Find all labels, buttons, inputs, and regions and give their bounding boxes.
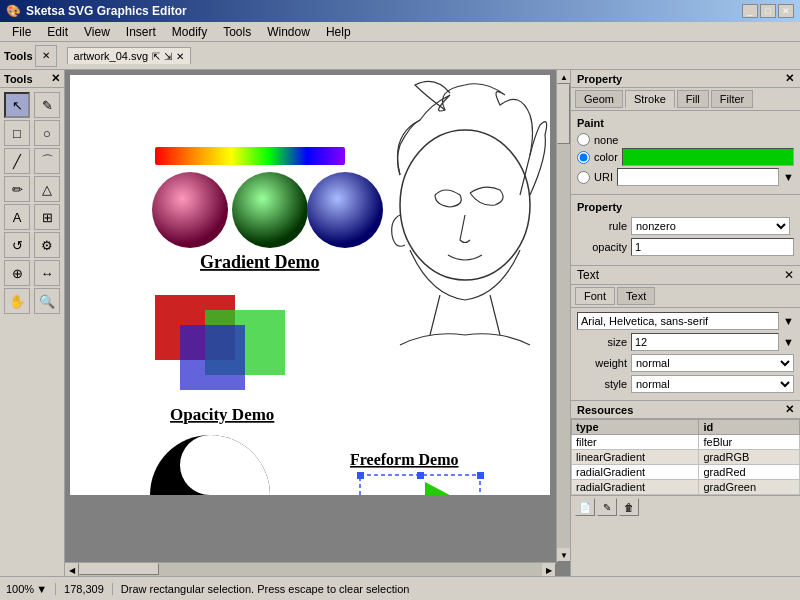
canvas-tab[interactable]: artwork_04.svg ⇱ ⇲ ✕: [67, 47, 192, 64]
scroll-thumb-h[interactable]: [79, 563, 159, 575]
tool-bezier[interactable]: ⌒: [34, 148, 60, 174]
tool-select[interactable]: ↖: [4, 92, 30, 118]
scroll-track-h[interactable]: [79, 563, 542, 576]
property-panel-header: Property ✕: [571, 70, 800, 88]
tool-line[interactable]: ╱: [4, 148, 30, 174]
canvas-tab-label: artwork_04.svg: [74, 50, 149, 62]
tool-hand[interactable]: ✋: [4, 288, 30, 314]
res-id-0: feBlur: [699, 435, 800, 450]
res-id-3: gradGreen: [699, 480, 800, 495]
toolbar-close[interactable]: ✕: [35, 45, 57, 67]
font-family-row: ▼: [577, 312, 794, 330]
paint-none-row: none: [577, 133, 794, 146]
svg-rect-15: [417, 472, 424, 479]
svg-rect-7: [180, 325, 245, 390]
text-panel-close[interactable]: ✕: [784, 268, 794, 282]
tab-stroke[interactable]: Stroke: [625, 90, 675, 108]
scroll-left-button[interactable]: ◀: [65, 563, 79, 576]
scroll-track-v[interactable]: [557, 84, 570, 548]
tools-title: Tools: [4, 73, 33, 85]
res-id-2: gradRed: [699, 465, 800, 480]
opacity-input[interactable]: [631, 238, 794, 256]
tool-rect[interactable]: □: [4, 120, 30, 146]
font-size-input[interactable]: [631, 333, 779, 351]
tab-geom[interactable]: Geom: [575, 90, 623, 108]
res-delete-button[interactable]: 🗑: [619, 498, 639, 516]
status-message: Draw rectangular selection. Press escape…: [121, 583, 794, 595]
menu-tools[interactable]: Tools: [215, 23, 259, 41]
property-panel-title: Property: [577, 73, 622, 85]
tool-rotate[interactable]: ↺: [4, 232, 30, 258]
paint-color-row: color: [577, 148, 794, 166]
close-button[interactable]: ✕: [778, 4, 794, 18]
menu-bar: File Edit View Insert Modify Tools Windo…: [0, 22, 800, 42]
table-row[interactable]: radialGradient gradGreen: [572, 480, 800, 495]
res-new-button[interactable]: 📄: [575, 498, 595, 516]
menu-insert[interactable]: Insert: [118, 23, 164, 41]
minimize-button[interactable]: _: [742, 4, 758, 18]
toolbar-tools-label: Tools: [4, 50, 33, 62]
font-weight-select[interactable]: normal bold: [631, 354, 794, 372]
color-swatch[interactable]: [622, 148, 794, 166]
menu-file[interactable]: File: [4, 23, 39, 41]
tab-font[interactable]: Font: [575, 287, 615, 305]
scroll-thumb-v[interactable]: [557, 84, 570, 144]
property-panel-close[interactable]: ✕: [785, 72, 794, 85]
paint-uri-input[interactable]: [617, 168, 779, 186]
tool-zoom-in[interactable]: ⊕: [4, 260, 30, 286]
resources-footer: 📄 ✎ 🗑: [571, 495, 800, 518]
menu-edit[interactable]: Edit: [39, 23, 76, 41]
rule-row: rule nonzero evenodd: [577, 217, 794, 235]
tab-text[interactable]: Text: [617, 287, 655, 305]
resources-close[interactable]: ✕: [785, 403, 794, 416]
tab-icon2[interactable]: ⇲: [164, 51, 172, 62]
paint-color-label: color: [594, 151, 618, 163]
menu-help[interactable]: Help: [318, 23, 359, 41]
maximize-button[interactable]: □: [760, 4, 776, 18]
tools-panel: Tools ✕ ↖ ✎ □ ○ ╱ ⌒ ✏ △ A ⊞ ↺ ⚙ ⊕ ↔ ✋ 🔍: [0, 70, 65, 576]
canvas-content: Gradient Demo Opacity Demo Freeform Demo: [70, 75, 550, 495]
font-family-dropdown[interactable]: ▼: [783, 315, 794, 327]
toolbar-row: Tools ✕ artwork_04.svg ⇱ ⇲ ✕: [0, 42, 800, 70]
tool-move[interactable]: ↔: [34, 260, 60, 286]
font-size-dropdown[interactable]: ▼: [783, 336, 794, 348]
svg-text:Opacity Demo: Opacity Demo: [170, 405, 274, 424]
scroll-down-button[interactable]: ▼: [557, 548, 570, 562]
table-row[interactable]: linearGradient gradRGB: [572, 450, 800, 465]
tool-zoom[interactable]: 🔍: [34, 288, 60, 314]
canvas-scroll-area[interactable]: Gradient Demo Opacity Demo Freeform Demo: [65, 70, 570, 576]
table-row[interactable]: radialGradient gradRed: [572, 465, 800, 480]
rule-select[interactable]: nonzero evenodd: [631, 217, 790, 235]
zoom-dropdown[interactable]: ▼: [36, 583, 47, 595]
scrollbar-vertical[interactable]: ▲ ▼: [556, 70, 570, 562]
res-type-3: radialGradient: [572, 480, 699, 495]
tab-fill[interactable]: Fill: [677, 90, 709, 108]
scroll-up-button[interactable]: ▲: [557, 70, 570, 84]
scroll-right-button[interactable]: ▶: [542, 563, 556, 576]
tool-poly[interactable]: △: [34, 176, 60, 202]
tool-pencil[interactable]: ✏: [4, 176, 30, 202]
menu-modify[interactable]: Modify: [164, 23, 215, 41]
tab-icon1[interactable]: ⇱: [152, 51, 160, 62]
font-family-input[interactable]: [577, 312, 779, 330]
tool-ellipse[interactable]: ○: [34, 120, 60, 146]
paint-uri-radio[interactable]: [577, 171, 590, 184]
tab-filter[interactable]: Filter: [711, 90, 753, 108]
tab-close-icon[interactable]: ✕: [176, 51, 184, 62]
title-bar-controls[interactable]: _ □ ✕: [742, 4, 794, 18]
tool-settings[interactable]: ⚙: [34, 232, 60, 258]
font-style-select[interactable]: normal italic: [631, 375, 794, 393]
col-type: type: [572, 420, 699, 435]
tools-close-icon[interactable]: ✕: [51, 72, 60, 85]
res-edit-button[interactable]: ✎: [597, 498, 617, 516]
tool-text[interactable]: A: [4, 204, 30, 230]
menu-window[interactable]: Window: [259, 23, 318, 41]
table-row[interactable]: filter feBlur: [572, 435, 800, 450]
tool-node[interactable]: ✎: [34, 92, 60, 118]
paint-uri-dropdown[interactable]: ▼: [783, 171, 794, 183]
scrollbar-horizontal[interactable]: ◀ ▶: [65, 562, 556, 576]
paint-color-radio[interactable]: [577, 151, 590, 164]
menu-view[interactable]: View: [76, 23, 118, 41]
paint-none-radio[interactable]: [577, 133, 590, 146]
tool-grid[interactable]: ⊞: [34, 204, 60, 230]
